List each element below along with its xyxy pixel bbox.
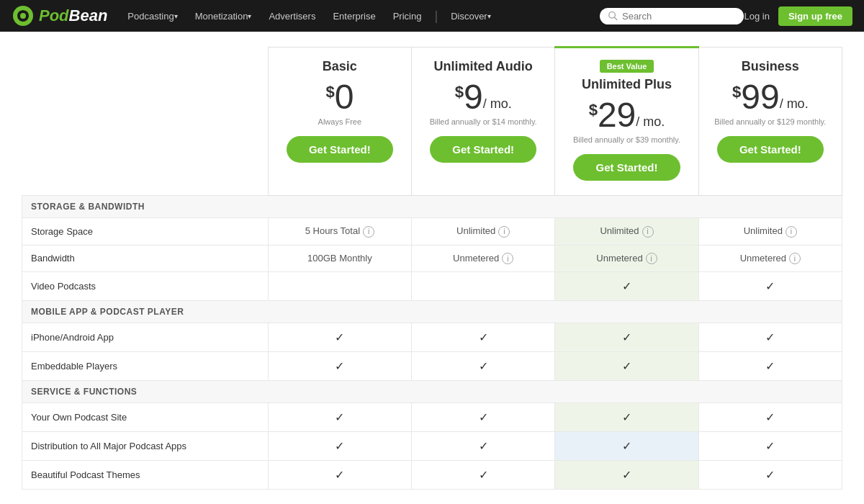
- plan-business-dollar: $: [732, 84, 741, 100]
- feature-label-1-0: iPhone/Android App: [22, 323, 269, 352]
- best-value-badge: Best Value: [600, 60, 654, 73]
- section-header-2: SERVICE & FUNCTIONS: [22, 381, 842, 403]
- feature-label-0-0: Storage Space: [22, 218, 269, 246]
- plan-unlimited-audio-per: / mo.: [483, 96, 512, 112]
- info-icon[interactable]: i: [642, 226, 654, 238]
- plan-basic-header: Basic $ 0 Always Free Get Started!: [268, 48, 411, 196]
- check-icon: ✓: [765, 360, 775, 372]
- section-label-2: SERVICE & FUNCTIONS: [22, 381, 842, 403]
- plan-business-name: Business: [708, 59, 833, 74]
- check-icon: ✓: [622, 469, 631, 481]
- value-cell-1-0-2: ✓: [555, 323, 698, 352]
- nav-monetization[interactable]: Monetization: [186, 0, 261, 32]
- check-icon: ✓: [765, 469, 775, 481]
- main-navigation: PodBean Podcasting Monetization Advertis…: [0, 0, 864, 32]
- check-icon: ✓: [622, 280, 631, 292]
- value-text-0-1-3: Unmetered: [740, 253, 786, 264]
- value-cell-1-1-0: ✓: [268, 352, 411, 381]
- plan-basic-note: Always Free: [277, 117, 402, 126]
- plan-basic-name: Basic: [277, 59, 402, 74]
- check-icon: ✓: [479, 440, 488, 452]
- signup-button[interactable]: Sign up free: [778, 6, 852, 26]
- value-text-0-1-2: Unmetered: [596, 253, 642, 264]
- feature-label-2-0: Your Own Podcast Site: [22, 403, 269, 432]
- plan-basic-cta[interactable]: Get Started!: [287, 136, 393, 163]
- value-cell-2-1-0: ✓: [268, 432, 411, 461]
- logo[interactable]: PodBean: [12, 4, 107, 27]
- value-cell-0-0-0: 5 Hours Totali: [268, 218, 411, 246]
- plan-business-cta[interactable]: Get Started!: [717, 136, 824, 163]
- feature-label-2-1: Distribution to All Major Podcast Apps: [22, 432, 269, 461]
- feature-label-1-1: Embeddable Players: [22, 352, 269, 381]
- search-box: [600, 8, 744, 24]
- pricing-table: Basic $ 0 Always Free Get Started! Unlim…: [22, 46, 842, 490]
- nav-enterprise[interactable]: Enterprise: [324, 0, 384, 32]
- value-cell-2-1-1: ✓: [412, 432, 555, 461]
- plan-header-row: Basic $ 0 Always Free Get Started! Unlim…: [22, 48, 842, 196]
- feature-label-0-1: Bandwidth: [22, 245, 269, 272]
- value-cell-2-2-1: ✓: [412, 461, 555, 490]
- search-icon: [608, 11, 618, 21]
- check-icon: ✓: [479, 411, 488, 423]
- value-cell-1-1-3: ✓: [698, 352, 842, 381]
- svg-point-2: [20, 13, 26, 19]
- info-icon[interactable]: i: [646, 253, 657, 264]
- nav-items: Podcasting Monetization Advertisers Ente…: [119, 0, 600, 32]
- value-cell-2-1-3: ✓: [698, 432, 842, 461]
- plan-unlimited-audio-cta[interactable]: Get Started!: [430, 136, 536, 163]
- info-icon[interactable]: i: [363, 226, 374, 238]
- check-icon: ✓: [765, 280, 775, 292]
- value-cell-2-2-2: ✓: [555, 461, 698, 490]
- login-link[interactable]: Log in: [744, 11, 769, 22]
- value-cell-0-0-3: Unlimitedi: [698, 218, 842, 246]
- value-text-0-1-1: Unmetered: [453, 253, 499, 264]
- value-cell-2-0-3: ✓: [698, 403, 842, 432]
- feature-row-1-0: iPhone/Android App✓✓✓✓: [22, 323, 842, 352]
- value-text-0-0-0: 5 Hours Total: [305, 225, 360, 236]
- feature-row-2-1: Distribution to All Major Podcast Apps✓✓…: [22, 432, 842, 461]
- plan-unlimited-plus-name: Unlimited Plus: [564, 77, 689, 92]
- info-icon[interactable]: i: [498, 226, 510, 238]
- plan-business-price: $ 99 / mo.: [708, 80, 833, 114]
- plan-unlimited-audio-price: $ 9 / mo.: [420, 80, 546, 114]
- info-icon[interactable]: i: [502, 253, 513, 264]
- check-icon: ✓: [622, 440, 631, 452]
- value-cell-0-2-3: ✓: [698, 272, 842, 301]
- plan-business-per: / mo.: [780, 96, 809, 112]
- plan-unlimited-plus-per: / mo.: [636, 114, 665, 130]
- plan-unlimited-plus-header: Best Value Unlimited Plus $ 29 / mo. Bil…: [555, 48, 698, 196]
- search-input[interactable]: [622, 11, 735, 22]
- nav-divider: |: [430, 9, 442, 24]
- feature-row-0-2: Video Podcasts✓✓: [22, 272, 842, 301]
- info-icon[interactable]: i: [789, 253, 801, 264]
- svg-line-4: [615, 17, 618, 20]
- plan-unlimited-plus-cta[interactable]: Get Started!: [573, 154, 680, 181]
- nav-podcasting[interactable]: Podcasting: [119, 0, 186, 32]
- value-cell-0-0-2: Unlimitedi: [555, 218, 698, 246]
- feature-row-0-0: Storage Space5 Hours TotaliUnlimitediUnl…: [22, 218, 842, 246]
- value-cell-0-2-2: ✓: [555, 272, 698, 301]
- plan-unlimited-audio-dollar: $: [455, 84, 464, 100]
- section-header-0: STORAGE & BANDWIDTH: [22, 196, 842, 218]
- section-label-1: MOBILE APP & PODCAST PLAYER: [22, 301, 842, 323]
- value-cell-2-0-0: ✓: [268, 403, 411, 432]
- check-icon: ✓: [622, 411, 631, 423]
- check-icon: ✓: [765, 411, 775, 423]
- value-text-0-0-1: Unlimited: [456, 225, 495, 236]
- check-icon: ✓: [335, 331, 344, 343]
- feature-row-1-1: Embeddable Players✓✓✓✓: [22, 352, 842, 381]
- check-icon: ✓: [335, 469, 344, 481]
- check-icon: ✓: [335, 360, 344, 372]
- info-icon[interactable]: i: [786, 226, 797, 238]
- nav-advertisers[interactable]: Advertisers: [260, 0, 324, 32]
- plan-business-note: Billed annually or $129 monthly.: [708, 117, 833, 126]
- section-label-0: STORAGE & BANDWIDTH: [22, 196, 842, 218]
- plan-unlimited-audio-header: Unlimited Audio $ 9 / mo. Billed annuall…: [412, 48, 555, 196]
- nav-pricing[interactable]: Pricing: [384, 0, 431, 32]
- value-text-0-0-2: Unlimited: [600, 225, 639, 236]
- plan-basic-dollar: $: [325, 84, 334, 100]
- plan-unlimited-audio-amount: 9: [464, 80, 483, 114]
- value-cell-0-1-0: 100GB Monthly: [268, 245, 411, 272]
- nav-discover[interactable]: Discover: [442, 0, 500, 32]
- value-cell-0-1-2: Unmeteredi: [555, 245, 698, 272]
